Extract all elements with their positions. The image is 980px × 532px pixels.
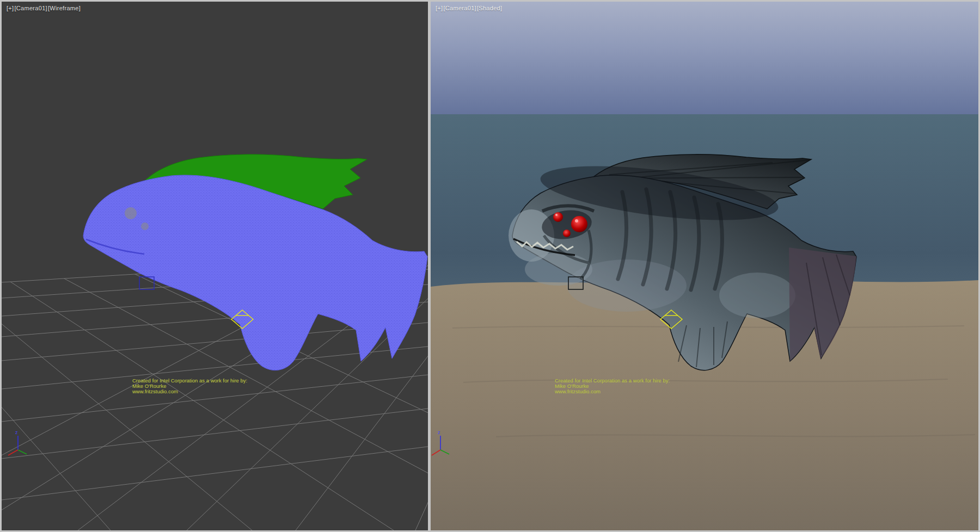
eye-large — [571, 216, 587, 232]
attribution-line-3: www.fritzstudio.com — [555, 389, 670, 394]
fish-model[interactable] — [83, 154, 427, 370]
fish-eyespot-large — [125, 207, 137, 219]
head-highlight — [509, 209, 554, 262]
eye-small — [563, 230, 571, 237]
fish-eyespot-small — [141, 222, 149, 230]
attribution-line-3: www.fritzstudio.com — [132, 389, 247, 394]
viewport-wireframe[interactable]: z [+][Camera01][Wireframe] Created for I… — [2, 2, 428, 530]
axis-z-label: z — [438, 430, 440, 435]
viewport-menu-pov[interactable]: [Camera01] — [14, 5, 47, 11]
viewport-menu-general[interactable]: [+] — [436, 5, 443, 11]
axis-z-label: z — [15, 430, 18, 435]
viewport-menu-shading[interactable]: [Wireframe] — [48, 5, 81, 11]
world-axis-gizmo: z — [8, 430, 27, 455]
viewport-shaded[interactable]: z [+][Camera01][Shaded] Created for Inte… — [431, 2, 978, 530]
wireframe-scene-canvas: z — [2, 2, 428, 530]
eye-medium — [553, 212, 563, 222]
viewport-menu-general[interactable]: [+] — [7, 5, 14, 11]
wireframe-texture — [83, 175, 427, 370]
viewport-menu-pov[interactable]: [Camera01] — [443, 5, 476, 11]
viewport-label: [+][Camera01][Shaded] — [436, 5, 503, 11]
scene-attribution-text: Created for Intel Corporation as a work … — [132, 378, 247, 394]
rear-highlight — [719, 273, 795, 318]
viewport-menu-shading[interactable]: [Shaded] — [477, 5, 502, 11]
viewport-label: [+][Camera01][Wireframe] — [7, 5, 81, 11]
viewport-split-container: z [+][Camera01][Wireframe] Created for I… — [0, 0, 980, 532]
scene-attribution-text: Created for Intel Corporation as a work … — [555, 378, 670, 394]
shaded-scene-canvas: z — [431, 2, 978, 530]
